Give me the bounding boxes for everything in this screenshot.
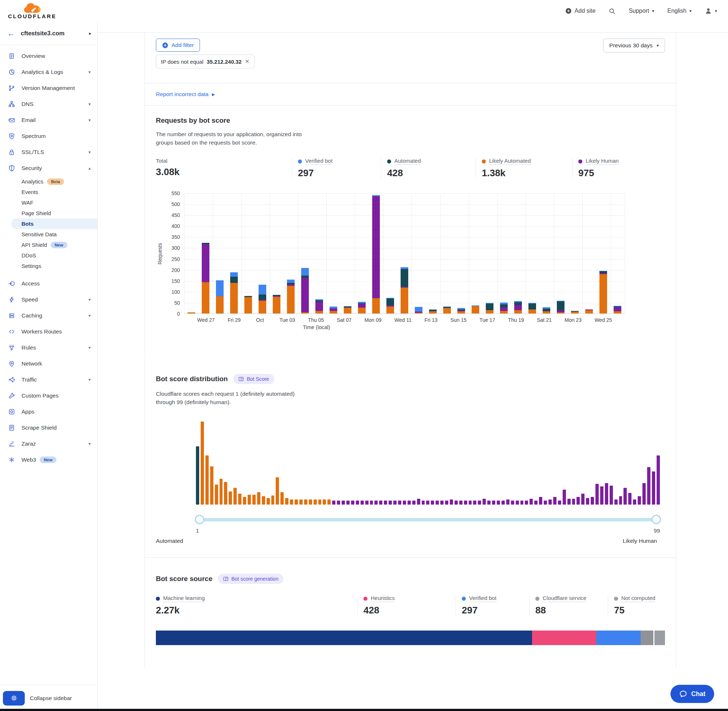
sidebar-item-zaraz[interactable]: Zaraz▾ [0, 436, 97, 452]
sidebar-item-label: Overview [22, 53, 45, 59]
sidebar-item-access[interactable]: Access [0, 276, 97, 292]
stat-label[interactable]: Likely Human [586, 158, 619, 165]
sidebar-item-overview[interactable]: Overview [0, 48, 97, 64]
sidebar-item-scrape-shield[interactable]: Scrape Shield [0, 420, 97, 436]
slider-max-caption: Likely Human [623, 538, 657, 544]
chat-button[interactable]: Chat [670, 685, 714, 703]
support-menu[interactable]: Support ▾ [629, 7, 654, 14]
add-site-button[interactable]: Add site [565, 7, 596, 14]
stat-label[interactable]: Verified bot [305, 158, 332, 165]
requests-section-title: Requests by bot score [156, 117, 665, 124]
sidebar-item-version-management[interactable]: Version Management [0, 80, 97, 96]
histogram-bar [445, 501, 448, 504]
stacked-bar [202, 243, 210, 313]
sidebar-item-label: Speed [22, 296, 38, 303]
sidebar-item-analytics[interactable]: AnalyticsBeta [0, 176, 97, 187]
histogram-bar [271, 496, 275, 504]
sidebar-item-ddos[interactable]: DDoS [0, 250, 97, 261]
score-range-slider [196, 515, 660, 524]
stat-label[interactable]: Cloudflare service [543, 595, 586, 602]
slider-handle-max[interactable] [651, 515, 661, 524]
stat-label[interactable]: Verified bot [469, 595, 496, 602]
bar-segment-automated [557, 301, 564, 310]
stat-label[interactable]: Likely Automated [489, 158, 531, 165]
sidebar-item-dns[interactable]: DNS▾ [0, 96, 97, 112]
sidebar-item-caching[interactable]: Caching▾ [0, 308, 97, 324]
settings-gear-button[interactable] [3, 691, 25, 705]
histogram-bar [647, 467, 650, 504]
source-segment-machine-learning [156, 631, 532, 645]
sidebar-item-api-shield[interactable]: API ShieldNew [0, 239, 97, 250]
histogram-bar [205, 456, 209, 504]
stat-label[interactable]: Heuristics [371, 595, 395, 602]
histogram-bar [487, 501, 490, 504]
time-range-dropdown[interactable]: Previous 30 days ▾ [603, 38, 665, 52]
stacked-bar [585, 310, 593, 313]
histogram-bar [520, 501, 524, 504]
search-icon[interactable] [608, 7, 616, 15]
sidebar-item-spectrum[interactable]: Spectrum [0, 128, 97, 144]
bar-segment-likely-automated [372, 298, 380, 313]
sidebar-item-analytics-logs[interactable]: Analytics & Logs▾ [0, 64, 97, 80]
histogram-bar [295, 500, 298, 504]
site-name[interactable]: cftestsite3.com [21, 30, 89, 37]
legend-dot [462, 597, 466, 601]
add-filter-button[interactable]: Add filter [156, 38, 200, 52]
sidebar-item-rules[interactable]: Rules▾ [0, 340, 97, 356]
sidebar-item-ssl-tls[interactable]: SSL/TLS▾ [0, 144, 97, 160]
x-tick [214, 317, 227, 323]
stat-value: 1.38k [482, 167, 566, 179]
bot-score-distribution-section: Bot score distribution Bot Score Cloudfl… [145, 356, 676, 558]
sidebar-item-workers-routes[interactable]: Workers Routes [0, 324, 97, 340]
sidebar-item-sensitive-data[interactable]: Sensitive Data [0, 229, 97, 239]
legend-dot [387, 159, 391, 164]
histogram-bar [652, 472, 655, 504]
bot-score-badge[interactable]: Bot Score [233, 374, 274, 384]
sidebar-item-network[interactable]: Network [0, 356, 97, 372]
bot-score-generation-badge[interactable]: Bot score generation [218, 574, 284, 584]
histogram-bar [224, 482, 227, 504]
sidebar-item-settings[interactable]: Settings [0, 261, 97, 271]
histogram-bar [563, 490, 566, 504]
bar-segment-likely-automated [386, 307, 394, 313]
filter-chip[interactable]: IP does not equal 35.212.240.32 ✕ [156, 55, 255, 68]
bar-segment-automated [543, 309, 550, 311]
sidebar-item-security[interactable]: Security▴ [0, 160, 97, 176]
sidebar-item-page-shield[interactable]: Page Shield [0, 208, 97, 218]
sidebar-item-apps[interactable]: Apps [0, 404, 97, 420]
report-incorrect-data-link[interactable]: Report incorrect data ▶ [145, 83, 676, 105]
back-arrow-icon[interactable]: ← [7, 29, 15, 38]
collapse-sidebar-label[interactable]: Collapse sidebar [30, 695, 72, 702]
sidebar-item-waf[interactable]: WAF [0, 197, 97, 208]
slider-handle-min[interactable] [195, 515, 204, 524]
stacked-bar [529, 303, 536, 313]
slider-track[interactable] [196, 518, 660, 521]
language-menu[interactable]: English ▾ [667, 7, 692, 14]
bar-segment-likely-automated [344, 308, 351, 313]
y-axis-title: Requests [156, 193, 164, 314]
sidebar-item-traffic[interactable]: Traffic▾ [0, 372, 97, 388]
sidebar-item-bots[interactable]: Bots [11, 218, 97, 229]
sidebar-item-email[interactable]: Email▾ [0, 112, 97, 128]
slider-min-value: 1 [196, 528, 199, 534]
sidebar-item-label: API Shield [22, 242, 47, 248]
stat-label[interactable]: Machine learning [163, 595, 205, 602]
bar-segment-verified-bot [230, 272, 238, 277]
remove-filter-icon[interactable]: ✕ [245, 58, 250, 65]
bar-segment-likely-automated [486, 310, 493, 313]
x-tick: Tue 03 [279, 317, 295, 323]
bar-segment-likely-automated [529, 310, 536, 313]
stat-label[interactable]: Automated [394, 158, 421, 165]
sidebar-item-events[interactable]: Events [0, 187, 97, 197]
cloudflare-logo[interactable]: CLOUDFLARE [8, 3, 56, 19]
histogram-bar [248, 495, 251, 504]
sidebar-item-custom-pages[interactable]: Custom Pages [0, 388, 97, 404]
bar-segment-likely-automated [273, 297, 281, 313]
stat-label[interactable]: Not computed [621, 595, 655, 602]
chevron-right-icon[interactable]: ▸ [89, 31, 92, 36]
account-menu[interactable]: ▾ [705, 7, 717, 15]
sidebar-item-web3[interactable]: Web3New [0, 452, 97, 468]
sidebar-item-speed[interactable]: Speed▾ [0, 292, 97, 308]
version-icon [8, 84, 15, 92]
histogram-bar [450, 500, 453, 504]
